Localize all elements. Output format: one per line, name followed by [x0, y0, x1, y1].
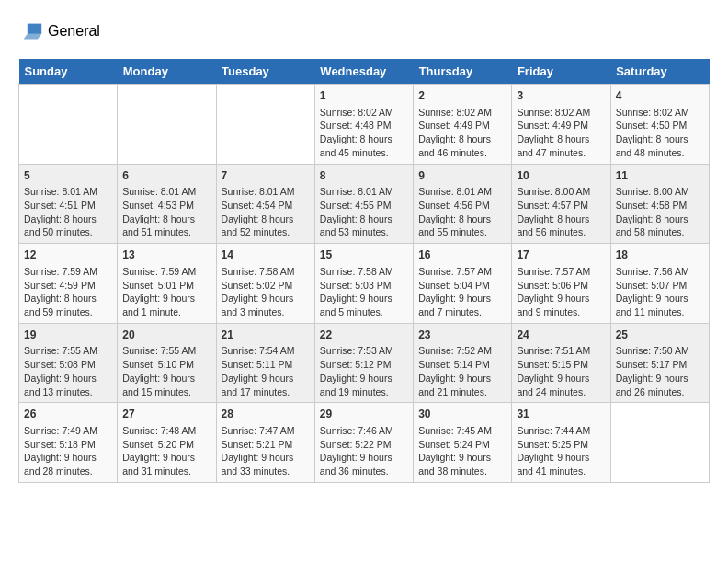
day-number: 30	[418, 407, 506, 422]
empty-cell	[19, 85, 118, 165]
calendar-table: SundayMondayTuesdayWednesdayThursdayFrid…	[18, 59, 710, 483]
day-info-line-1: Sunset: 5:01 PM	[122, 279, 210, 293]
day-number: 12	[24, 247, 112, 263]
day-number: 14	[222, 247, 310, 263]
day-cell-18: 18Sunrise: 7:56 AMSunset: 5:07 PMDayligh…	[610, 244, 709, 324]
day-info-line-2: Daylight: 9 hours and 36 minutes.	[320, 451, 408, 477]
col-header-tuesday: Tuesday	[216, 59, 314, 85]
day-cell-13: 13Sunrise: 7:59 AMSunset: 5:01 PMDayligh…	[118, 244, 216, 324]
day-number: 22	[320, 327, 408, 343]
day-info-line-1: Sunset: 5:12 PM	[320, 358, 408, 372]
calendar-header: SundayMondayTuesdayWednesdayThursdayFrid…	[19, 59, 710, 85]
day-info-line-2: Daylight: 8 hours and 59 minutes.	[24, 292, 112, 318]
day-info-line-2: Daylight: 8 hours and 55 minutes.	[418, 213, 506, 239]
day-info-line-2: Daylight: 8 hours and 48 minutes.	[616, 132, 704, 159]
day-info-line-2: Daylight: 9 hours and 17 minutes.	[222, 372, 310, 398]
day-info-line-2: Daylight: 9 hours and 1 minute.	[122, 292, 210, 318]
day-cell-3: 3Sunrise: 8:02 AMSunset: 4:49 PMDaylight…	[512, 85, 610, 165]
day-info-line-1: Sunset: 5:03 PM	[320, 279, 408, 293]
day-cell-23: 23Sunrise: 7:52 AMSunset: 5:14 PMDayligh…	[414, 323, 512, 403]
day-info-line-0: Sunrise: 8:01 AM	[418, 185, 506, 199]
day-number: 26	[24, 407, 112, 422]
col-header-wednesday: Wednesday	[314, 59, 413, 85]
col-header-friday: Friday	[512, 59, 610, 85]
day-info-line-2: Daylight: 9 hours and 31 minutes.	[122, 451, 210, 477]
day-number: 15	[320, 247, 408, 263]
day-cell-16: 16Sunrise: 7:57 AMSunset: 5:04 PMDayligh…	[414, 244, 512, 324]
day-cell-1: 1Sunrise: 8:02 AMSunset: 4:48 PMDaylight…	[314, 85, 413, 165]
day-number: 29	[320, 407, 408, 422]
svg-marker-1	[24, 34, 42, 40]
day-info-line-0: Sunrise: 8:01 AM	[222, 185, 310, 199]
day-info-line-2: Daylight: 8 hours and 56 minutes.	[517, 213, 605, 239]
day-number: 24	[517, 327, 605, 343]
empty-cell	[610, 403, 709, 483]
day-number: 31	[517, 407, 605, 422]
day-info-line-0: Sunrise: 7:53 AM	[320, 344, 408, 358]
day-info-line-1: Sunset: 5:25 PM	[517, 438, 605, 452]
day-info-line-0: Sunrise: 8:01 AM	[320, 185, 408, 199]
day-info-line-0: Sunrise: 7:49 AM	[24, 424, 112, 438]
week-row-5: 26Sunrise: 7:49 AMSunset: 5:18 PMDayligh…	[19, 403, 710, 483]
day-info-line-1: Sunset: 5:04 PM	[418, 279, 506, 293]
day-cell-26: 26Sunrise: 7:49 AMSunset: 5:18 PMDayligh…	[19, 403, 118, 483]
day-number: 9	[418, 168, 506, 184]
day-cell-2: 2Sunrise: 8:02 AMSunset: 4:49 PMDaylight…	[414, 85, 512, 165]
day-info-line-0: Sunrise: 8:02 AM	[320, 106, 408, 120]
day-number: 28	[222, 407, 310, 422]
day-number: 6	[122, 168, 210, 184]
day-info-line-1: Sunset: 5:18 PM	[24, 438, 112, 452]
day-number: 20	[122, 327, 210, 343]
day-info-line-1: Sunset: 5:10 PM	[122, 358, 210, 372]
day-info-line-2: Daylight: 8 hours and 50 minutes.	[24, 213, 112, 239]
day-info-line-2: Daylight: 9 hours and 15 minutes.	[122, 372, 210, 398]
col-header-thursday: Thursday	[414, 59, 512, 85]
day-number: 13	[122, 247, 210, 263]
day-number: 11	[616, 168, 704, 184]
day-info-line-1: Sunset: 5:22 PM	[320, 438, 408, 452]
day-info-line-2: Daylight: 9 hours and 13 minutes.	[24, 372, 112, 398]
day-info-line-1: Sunset: 4:59 PM	[24, 279, 112, 293]
day-cell-8: 8Sunrise: 8:01 AMSunset: 4:55 PMDaylight…	[314, 164, 413, 244]
day-info-line-2: Daylight: 9 hours and 19 minutes.	[320, 372, 408, 398]
day-info-line-2: Daylight: 9 hours and 3 minutes.	[222, 292, 310, 318]
day-info-line-1: Sunset: 4:53 PM	[122, 199, 210, 213]
day-info-line-2: Daylight: 9 hours and 38 minutes.	[418, 451, 506, 477]
day-cell-25: 25Sunrise: 7:50 AMSunset: 5:17 PMDayligh…	[610, 323, 709, 403]
day-info-line-0: Sunrise: 7:48 AM	[122, 424, 210, 438]
logo-general: General	[48, 23, 100, 40]
day-info-line-2: Daylight: 8 hours and 52 minutes.	[222, 213, 310, 239]
day-info-line-0: Sunrise: 7:58 AM	[222, 265, 310, 279]
day-number: 1	[320, 88, 408, 104]
day-info-line-0: Sunrise: 7:45 AM	[418, 424, 506, 438]
day-cell-6: 6Sunrise: 8:01 AMSunset: 4:53 PMDaylight…	[118, 164, 216, 244]
day-cell-4: 4Sunrise: 8:02 AMSunset: 4:50 PMDaylight…	[610, 85, 709, 165]
day-info-line-0: Sunrise: 8:02 AM	[418, 106, 506, 120]
day-cell-31: 31Sunrise: 7:44 AMSunset: 5:25 PMDayligh…	[512, 403, 610, 483]
day-info-line-1: Sunset: 4:55 PM	[320, 199, 408, 213]
day-info-line-0: Sunrise: 8:01 AM	[122, 185, 210, 199]
empty-cell	[118, 85, 216, 165]
logo-icon	[18, 18, 44, 44]
header-row: SundayMondayTuesdayWednesdayThursdayFrid…	[19, 59, 710, 85]
day-cell-12: 12Sunrise: 7:59 AMSunset: 4:59 PMDayligh…	[19, 244, 118, 324]
day-info-line-2: Daylight: 9 hours and 7 minutes.	[418, 292, 506, 318]
day-info-line-0: Sunrise: 7:54 AM	[222, 344, 310, 358]
day-number: 19	[24, 327, 112, 343]
header: General	[18, 18, 710, 44]
day-number: 16	[418, 247, 506, 263]
day-info-line-2: Daylight: 9 hours and 28 minutes.	[24, 451, 112, 477]
day-info-line-1: Sunset: 4:49 PM	[517, 119, 605, 132]
week-row-3: 12Sunrise: 7:59 AMSunset: 4:59 PMDayligh…	[19, 244, 710, 324]
day-info-line-0: Sunrise: 8:01 AM	[24, 185, 112, 199]
day-info-line-0: Sunrise: 7:58 AM	[320, 265, 408, 279]
day-info-line-2: Daylight: 8 hours and 46 minutes.	[418, 132, 506, 159]
day-info-line-2: Daylight: 8 hours and 58 minutes.	[616, 213, 704, 239]
day-info-line-1: Sunset: 4:50 PM	[616, 119, 704, 132]
day-info-line-1: Sunset: 5:15 PM	[517, 358, 605, 372]
day-number: 4	[616, 88, 704, 104]
col-header-monday: Monday	[118, 59, 216, 85]
day-info-line-0: Sunrise: 8:02 AM	[616, 106, 704, 120]
empty-cell	[216, 85, 314, 165]
day-number: 5	[24, 168, 112, 184]
